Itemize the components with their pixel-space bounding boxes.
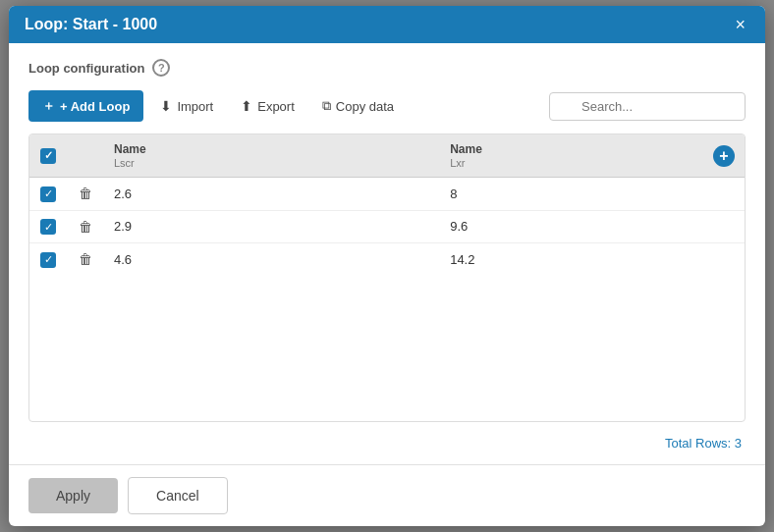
th-checkbox [29,134,67,178]
close-button[interactable]: × [731,16,749,33]
table-row: 🗑 2.9 9.6 [29,210,745,243]
import-button[interactable]: ⬇ Import [149,91,224,121]
add-loop-button[interactable]: ＋ + Add Loop [28,90,143,122]
loop-modal: Loop: Start - 1000 × Loop configuration … [9,6,765,526]
row-checkbox-0[interactable] [40,186,56,202]
table-body: 🗑 2.6 8 🗑 2.9 9.6 🗑 4.6 14.2 [29,178,745,276]
import-label: Import [177,99,213,114]
th-col2: Name Lxr [440,134,703,178]
row-col1-1: 2.9 [104,210,440,243]
th-col2-sub: Lxr [450,157,693,169]
row-checkbox-cell [29,178,67,211]
search-input[interactable] [549,92,746,121]
row-col1-0: 2.6 [104,178,440,211]
modal-header: Loop: Start - 1000 × [9,6,765,43]
modal-body: Loop configuration ? ＋ + Add Loop ⬇ Impo… [9,43,765,464]
total-label: Total Rows: [665,436,731,451]
th-col1: Name Lscr [104,134,440,178]
export-icon: ⬆ [241,98,252,114]
row-col2-2: 14.2 [440,243,703,276]
th-col2-inner: Name Lxr [450,142,693,169]
row-extra-2 [703,243,745,276]
data-table: Name Lscr Name Lxr + [29,134,745,276]
row-checkbox-cell [29,243,67,276]
th-add: + [703,134,745,178]
add-loop-plus-icon: ＋ [42,97,55,115]
modal-footer: Apply Cancel [9,464,765,526]
section-title-row: Loop configuration ? [28,59,746,77]
copy-data-label: Copy data [336,99,394,114]
search-wrapper: 🔍 [549,92,746,121]
row-col2-0: 8 [440,178,703,211]
add-loop-label: + Add Loop [60,99,130,114]
copy-data-button[interactable]: ⧉ Copy data [311,91,405,121]
th-delete [67,134,104,178]
row-checkbox-1[interactable] [40,219,56,235]
table-row: 🗑 2.6 8 [29,178,745,211]
copy-icon: ⧉ [322,98,331,114]
apply-button[interactable]: Apply [28,478,118,513]
total-row: Total Rows: 3 [28,430,746,456]
header-checkbox[interactable] [40,148,56,164]
export-label: Export [257,99,295,114]
delete-row-icon-0[interactable]: 🗑 [79,186,92,201]
row-checkbox-2[interactable] [40,252,56,268]
cancel-button[interactable]: Cancel [128,477,228,514]
row-col1-2: 4.6 [104,243,440,276]
row-checkbox-cell [29,210,67,243]
row-col2-1: 9.6 [440,210,703,243]
toolbar: ＋ + Add Loop ⬇ Import ⬆ Export ⧉ Copy da… [28,90,746,122]
table-area: Name Lscr Name Lxr + [28,133,746,422]
row-delete-cell: 🗑 [67,178,104,211]
help-icon[interactable]: ? [152,59,170,77]
add-column-button[interactable]: + [713,145,735,167]
import-icon: ⬇ [160,98,172,114]
th-col1-sub: Lscr [114,157,430,169]
row-delete-cell: 🗑 [67,210,104,243]
total-value: 3 [735,436,742,451]
modal-title: Loop: Start - 1000 [25,16,157,33]
table-header-row: Name Lscr Name Lxr + [29,134,745,178]
row-extra-1 [703,210,745,243]
delete-row-icon-1[interactable]: 🗑 [79,219,92,235]
th-col2-name: Name [450,142,693,156]
section-title-text: Loop configuration [28,61,144,76]
table-row: 🗑 4.6 14.2 [29,243,745,276]
delete-row-icon-2[interactable]: 🗑 [79,251,92,267]
row-extra-0 [703,178,745,211]
row-delete-cell: 🗑 [67,243,104,276]
export-button[interactable]: ⬆ Export [230,91,305,121]
th-col1-name: Name [114,142,430,156]
th-col1-inner: Name Lscr [114,142,430,169]
